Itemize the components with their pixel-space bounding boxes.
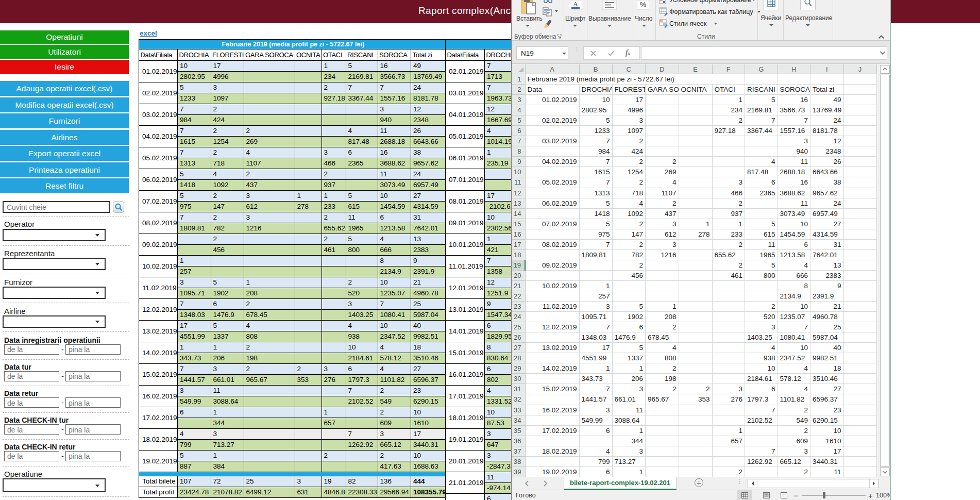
svg-text:A: A: [573, 0, 578, 8]
svg-text:%: %: [640, 1, 646, 9]
